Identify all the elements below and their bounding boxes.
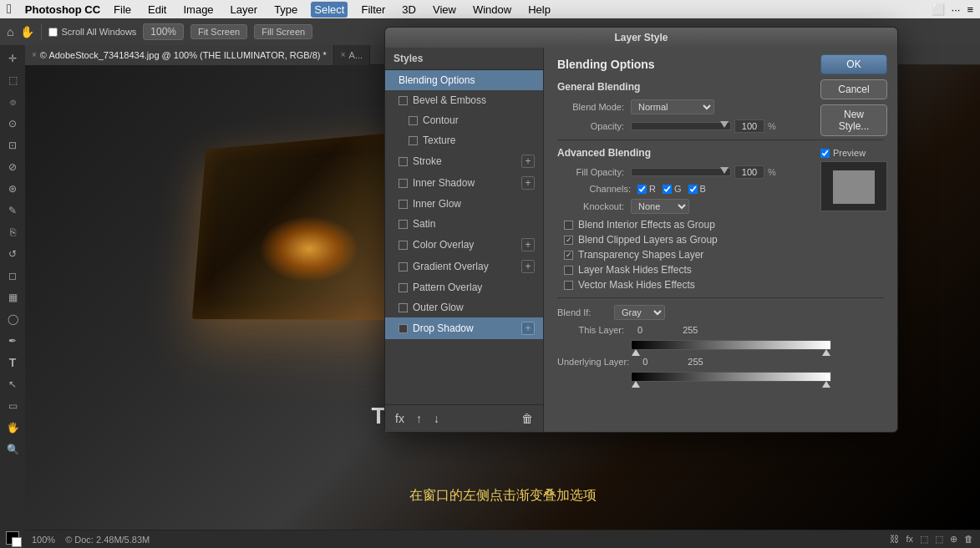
drop-shadow-plus[interactable]: + <box>521 322 535 335</box>
outer-glow-item[interactable]: Outer Glow <box>385 297 543 317</box>
blend-interior-checkbox[interactable] <box>564 221 573 230</box>
stroke-plus[interactable]: + <box>521 155 535 168</box>
cancel-button[interactable]: Cancel <box>820 79 887 99</box>
menu-layer[interactable]: Layer <box>227 2 262 18</box>
pattern-overlay-checkbox[interactable] <box>399 283 408 292</box>
transparency-checkbox[interactable] <box>564 251 573 260</box>
gradient-overlay-plus[interactable]: + <box>521 260 535 273</box>
menu-window[interactable]: Window <box>470 2 515 18</box>
stroke-checkbox[interactable] <box>399 157 408 166</box>
color-overlay-plus[interactable]: + <box>521 238 535 251</box>
eyedropper-icon[interactable]: ⊘ <box>3 157 23 177</box>
scroll-checkbox-input[interactable] <box>48 28 58 37</box>
pen-tool-icon[interactable]: ✒ <box>3 331 23 351</box>
inner-glow-checkbox[interactable] <box>399 200 408 209</box>
shapes-icon[interactable]: ▭ <box>3 396 23 416</box>
opacity-slider[interactable] <box>631 122 731 130</box>
blend-clipped-checkbox[interactable] <box>564 236 573 245</box>
spot-heal-icon[interactable]: ⊛ <box>3 179 23 199</box>
channel-b-checkbox[interactable] <box>688 185 698 194</box>
quick-select-icon[interactable]: ⊙ <box>3 114 23 134</box>
contour-item[interactable]: Contour <box>385 110 543 130</box>
ok-button[interactable]: OK <box>820 54 887 74</box>
pattern-overlay-item[interactable]: Pattern Overlay <box>385 277 543 297</box>
fill-opacity-thumb[interactable] <box>720 167 729 174</box>
channel-r-checkbox[interactable] <box>637 185 647 194</box>
lasso-tool-icon[interactable]: ⌾ <box>3 92 23 112</box>
zoom-tool-icon[interactable]: 🔍 <box>3 439 23 459</box>
menu-type[interactable]: Type <box>271 2 301 18</box>
texture-item[interactable]: Texture <box>385 130 543 150</box>
inner-shadow-item[interactable]: Inner Shadow + <box>385 172 543 194</box>
layer-mask-checkbox[interactable] <box>564 266 573 275</box>
move-tool-icon[interactable]: ✛ <box>3 48 23 68</box>
history-brush-icon[interactable]: ↺ <box>3 244 23 264</box>
inner-shadow-plus[interactable]: + <box>521 176 535 190</box>
tab-close-icon[interactable]: × <box>32 50 37 59</box>
text-tool-icon[interactable]: T <box>3 353 23 373</box>
gradient-icon[interactable]: ▦ <box>3 287 23 307</box>
this-layer-right-thumb[interactable] <box>822 349 830 356</box>
gradient-overlay-checkbox[interactable] <box>399 262 408 271</box>
eraser-icon[interactable]: ◻ <box>3 266 23 286</box>
menu-help[interactable]: Help <box>525 2 554 18</box>
delete-style-button[interactable]: 🗑 <box>518 410 536 427</box>
move-down-button[interactable]: ↓ <box>430 410 443 427</box>
bevel-emboss-item[interactable]: Bevel & Emboss <box>385 90 543 110</box>
blend-if-select[interactable]: Gray Red Green Blue <box>614 305 665 320</box>
selection-tool-icon[interactable]: ⬚ <box>3 70 23 90</box>
this-layer-left-thumb[interactable] <box>632 349 640 356</box>
bevel-checkbox[interactable] <box>399 96 408 105</box>
active-tab[interactable]: × © AdobeStock_73418434.jpg @ 100% (THE … <box>25 45 334 65</box>
second-tab[interactable]: × A... <box>334 45 370 65</box>
texture-checkbox[interactable] <box>409 136 418 145</box>
satin-checkbox[interactable] <box>399 220 408 229</box>
knockout-select[interactable]: None Shallow Deep <box>631 199 689 214</box>
fill-screen-button[interactable]: Fill Screen <box>254 24 312 39</box>
outer-glow-checkbox[interactable] <box>399 303 408 312</box>
color-overlay-item[interactable]: Color Overlay + <box>385 234 543 256</box>
preview-checkbox[interactable] <box>820 149 830 158</box>
stroke-item[interactable]: Stroke + <box>385 150 543 172</box>
menu-image[interactable]: Image <box>180 2 216 18</box>
channel-g-checkbox[interactable] <box>663 185 672 194</box>
opacity-input[interactable] <box>734 119 764 133</box>
scroll-all-windows-checkbox[interactable]: Scroll All Windows <box>48 27 136 37</box>
move-up-button[interactable]: ↑ <box>413 410 425 427</box>
background-color[interactable] <box>12 537 22 547</box>
new-style-button[interactable]: New Style... <box>820 104 887 136</box>
second-tab-close[interactable]: × <box>341 50 346 59</box>
apple-menu[interactable]:  <box>7 2 12 17</box>
fill-opacity-input[interactable] <box>734 165 764 179</box>
menu-edit[interactable]: Edit <box>145 2 170 18</box>
menu-file[interactable]: File <box>110 2 135 18</box>
fill-opacity-slider[interactable] <box>631 168 731 176</box>
clone-stamp-icon[interactable]: ⎘ <box>3 222 23 242</box>
opacity-slider-thumb[interactable] <box>720 121 729 128</box>
crop-tool-icon[interactable]: ⊡ <box>3 135 23 155</box>
satin-item[interactable]: Satin <box>385 214 543 234</box>
menu-view[interactable]: View <box>429 2 460 18</box>
drop-shadow-checkbox[interactable] <box>399 324 408 333</box>
gradient-overlay-item[interactable]: Gradient Overlay + <box>385 256 543 277</box>
home-icon[interactable]: ⌂ <box>7 25 13 38</box>
menu-filter[interactable]: Filter <box>358 2 388 18</box>
hand-tool-icon-left[interactable]: 🖐 <box>3 418 23 438</box>
hand-tool-icon[interactable]: ✋ <box>20 25 34 38</box>
inner-glow-item[interactable]: Inner Glow <box>385 194 543 214</box>
inner-shadow-checkbox[interactable] <box>399 179 408 188</box>
blending-options-item[interactable]: Blending Options <box>385 70 543 90</box>
blend-mode-select[interactable]: Normal Dissolve Multiply Screen Overlay <box>631 99 714 114</box>
layer-style-dialog[interactable]: Layer Style Styles Blending Options Beve… <box>384 27 898 433</box>
fit-screen-button[interactable]: Fit Screen <box>190 24 247 39</box>
fx-button[interactable]: fx <box>392 410 408 427</box>
menu-3d[interactable]: 3D <box>399 2 419 18</box>
vector-mask-checkbox[interactable] <box>564 281 573 290</box>
brush-tool-icon[interactable]: ✎ <box>3 200 23 221</box>
contour-checkbox[interactable] <box>409 116 418 125</box>
menu-select[interactable]: Select <box>311 2 348 18</box>
underlying-right-thumb[interactable] <box>822 381 830 388</box>
color-overlay-checkbox[interactable] <box>399 241 408 250</box>
dodge-icon[interactable]: ◯ <box>3 309 23 329</box>
underlying-left-thumb[interactable] <box>632 381 640 388</box>
